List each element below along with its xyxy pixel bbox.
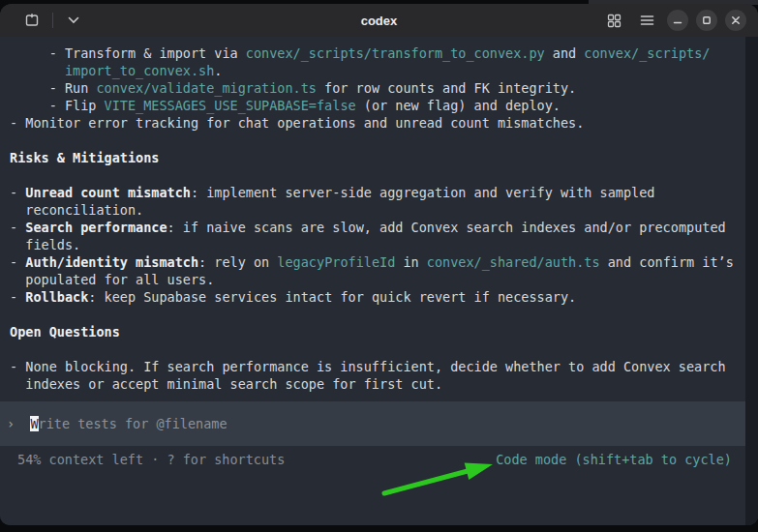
terminal-line: - Run convex/validate_migration.ts for r…	[10, 79, 745, 97]
tab-dropdown-button[interactable]	[61, 9, 86, 32]
terminal-line: populated for all users.	[10, 271, 745, 288]
terminal-line	[10, 340, 745, 358]
grid-layout-icon	[607, 14, 622, 28]
chat-input[interactable]: › Write tests for @filename	[0, 401, 745, 446]
terminal-line: indexes or accept minimal search scope f…	[10, 375, 745, 393]
terminal-line: - Unread count mismatch: implement serve…	[10, 184, 745, 201]
mode-indicator-text: Code mode (shift+tab to cycle)	[496, 452, 732, 467]
terminal-line: - Auth/identity mismatch: rely on legacy…	[10, 253, 745, 271]
prompt-gap	[15, 416, 30, 431]
maximize-icon	[702, 15, 712, 25]
titlebar[interactable]: codex	[0, 4, 758, 37]
terminal-line: - None blocking. If search performance i…	[10, 358, 745, 375]
minimize-icon	[673, 15, 682, 25]
terminal-line: - Search performance: if naive scans are…	[10, 219, 745, 236]
context-left-text: 54% context left · ? for shortcuts	[17, 452, 285, 467]
terminal-line	[10, 306, 745, 323]
status-bar: 54% context left · ? for shortcuts Code …	[0, 450, 745, 469]
text-cursor: W	[30, 416, 38, 431]
input-placeholder-text: rite tests for @filename	[39, 416, 227, 431]
minimize-button[interactable]	[667, 10, 688, 31]
menu-button[interactable]	[634, 9, 659, 32]
scrollbar-gutter[interactable]	[745, 37, 758, 525]
maximize-button[interactable]	[696, 10, 717, 31]
terminal-area: - Transform & import via convex/_scripts…	[0, 37, 758, 525]
layout-grid-button[interactable]	[601, 9, 626, 32]
terminal-line: - Flip VITE_MESSAGES_USE_SUPABASE=false …	[10, 97, 745, 114]
new-tab-icon	[24, 13, 40, 28]
close-button[interactable]	[725, 10, 746, 31]
terminal-line	[10, 166, 745, 184]
terminal-line: reconciliation.	[10, 201, 745, 219]
terminal-line: - Transform & import via convex/_scripts…	[10, 44, 745, 62]
terminal-line: Open Questions	[10, 323, 745, 340]
prompt-chevron: ›	[7, 416, 15, 431]
menu-icon	[640, 15, 654, 26]
terminal-line: fields.	[10, 236, 745, 253]
new-tab-button[interactable]	[19, 9, 45, 32]
terminal-line: - Rollback: keep Supabase services intac…	[10, 288, 745, 306]
titlebar-divider	[52, 13, 53, 28]
terminal-line: Risks & Mitigations	[10, 149, 745, 166]
terminal-output: - Transform & import via convex/_scripts…	[0, 37, 745, 393]
terminal-line: - Monitor error tracking for chat operat…	[10, 114, 745, 132]
terminal-window: codex	[0, 4, 758, 525]
close-icon	[731, 15, 741, 25]
terminal-line: import_to_convex.sh.	[10, 62, 745, 79]
terminal-line	[10, 132, 745, 149]
chevron-down-icon	[68, 16, 79, 24]
